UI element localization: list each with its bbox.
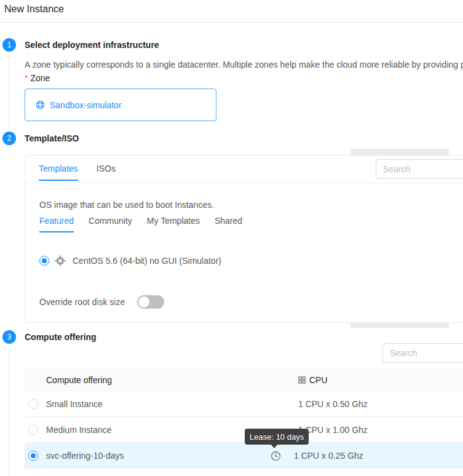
step-2-title: Template/ISO [25, 133, 79, 143]
template-radio[interactable] [39, 256, 49, 266]
template-name: CentOS 5.6 (64-bit) no GUI (Simulator) [73, 256, 221, 266]
offering-row-medium[interactable]: Medium Instance 1 CPU x 1.00 Ghz [25, 417, 463, 443]
zone-label-text: Zone [30, 73, 50, 83]
offering-cpu: 1 CPU x 0.50 Ghz [298, 399, 368, 409]
os-image-description: OS image that can be used to boot Instan… [39, 200, 214, 210]
tab-shared[interactable]: Shared [215, 216, 242, 232]
offering-row-svc-10-days[interactable]: svc-offering-10-days 1 CPU x 0.25 Ghz [25, 443, 463, 469]
required-marker: * [25, 73, 28, 83]
offering-name: svc-offering-10-days [46, 451, 124, 461]
column-compute-offering: Compute offering [46, 375, 112, 385]
column-cpu-label: CPU [309, 375, 328, 385]
tab-isos[interactable]: ISOs [97, 156, 116, 181]
offering-cpu: 1 CPU x 0.25 Ghz [294, 451, 363, 461]
offering-name: Medium Instance [46, 425, 112, 435]
override-label: Override root disk size [39, 297, 125, 307]
grid-icon [298, 376, 306, 384]
offering-radio-svc[interactable] [28, 451, 38, 461]
offering-radio-small[interactable] [28, 399, 38, 409]
step-3-title: Compute offering [25, 332, 97, 342]
step-3-badge: 3 [2, 330, 16, 344]
template-iso-card: Templates ISOs OS image that can be used… [25, 155, 463, 323]
zone-description: A zone typically corresponds to a single… [25, 60, 463, 69]
tab-community[interactable]: Community [89, 216, 132, 232]
offering-radio-medium[interactable] [28, 425, 38, 435]
template-option-row[interactable]: CentOS 5.6 (64-bit) no GUI (Simulator) [39, 253, 221, 269]
tab-my-templates[interactable]: My Templates [147, 216, 200, 232]
step-1-badge: 1 [2, 38, 16, 52]
tab-featured[interactable]: Featured [39, 216, 74, 232]
centos-logo-icon [53, 254, 67, 268]
globe-icon [36, 100, 45, 109]
lease-tooltip-arrow [271, 445, 277, 448]
timeline-connector [9, 55, 9, 129]
page-title: New Instance [4, 4, 64, 15]
template-filter-tabs: Featured Community My Templates Shared [39, 216, 257, 232]
step-1-title: Select deployment infrastructure [25, 40, 159, 50]
offering-search-input[interactable] [382, 343, 463, 363]
zone-select-card[interactable]: Sandbox-simulator [25, 89, 216, 121]
override-root-disk-row: Override root disk size [39, 294, 164, 310]
zone-name: Sandbox-simulator [50, 100, 122, 110]
offering-table-header: Compute offering CPU [25, 369, 463, 391]
timeline-connector [9, 347, 9, 476]
lease-tooltip: Lease: 10 days [245, 429, 309, 445]
new-instance-page: New Instance 1 Select deployment infrast… [0, 0, 463, 476]
zone-field-label: *Zone [25, 73, 50, 83]
title-divider [0, 22, 463, 23]
lease-clock-icon[interactable] [271, 451, 281, 461]
tab-templates[interactable]: Templates [39, 156, 78, 181]
template-search-input[interactable] [376, 159, 463, 179]
step-2-badge: 2 [2, 132, 16, 145]
override-toggle[interactable] [137, 295, 164, 309]
column-cpu: CPU [298, 375, 328, 385]
offering-row-small[interactable]: Small Instance 1 CPU x 0.50 Ghz [25, 391, 463, 417]
offering-name: Small Instance [46, 399, 103, 409]
tabbar-divider [25, 183, 463, 183]
template-iso-tabs: Templates ISOs [39, 156, 134, 181]
